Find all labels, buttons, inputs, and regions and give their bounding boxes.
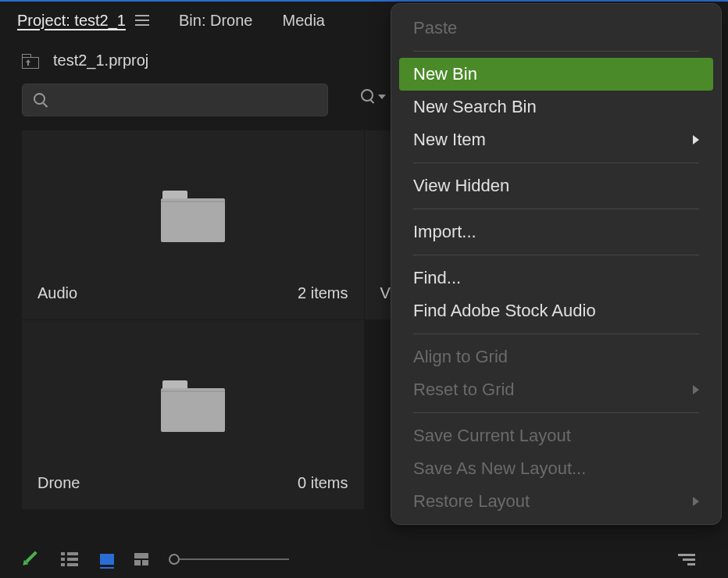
tab-bin[interactable]: Bin: Drone <box>179 12 253 30</box>
menu-separator <box>413 162 699 163</box>
search-input[interactable] <box>55 93 316 107</box>
parent-folder-icon[interactable] <box>22 54 39 68</box>
bin-name: Audio <box>37 284 77 302</box>
chevron-right-icon <box>693 135 699 144</box>
tab-bin-label: Bin: Drone <box>179 12 253 30</box>
folder-icon <box>161 380 225 432</box>
menu-label: Restore Layout <box>413 491 530 512</box>
freeform-view-button[interactable] <box>134 553 148 566</box>
bin-card-drone[interactable]: Drone 0 items <box>22 320 364 509</box>
writable-toggle-icon[interactable] <box>19 547 45 573</box>
menu-new-bin[interactable]: New Bin <box>399 58 713 91</box>
menu-label: Align to Grid <box>413 347 508 367</box>
zoom-knob-icon <box>169 554 180 565</box>
menu-label: New Bin <box>413 64 477 84</box>
tab-media-label: Media <box>282 12 324 30</box>
menu-separator <box>413 255 699 255</box>
tab-project[interactable]: Project: test2_1 <box>17 12 149 30</box>
project-panel-toolbar <box>0 541 728 578</box>
menu-separator <box>413 412 699 413</box>
tab-media-browser[interactable]: Media <box>282 12 324 30</box>
menu-separator <box>413 51 699 52</box>
chevron-right-icon <box>693 497 699 506</box>
menu-save-as-layout: Save As New Layout... <box>391 452 721 485</box>
menu-label: Find... <box>413 268 461 288</box>
new-search-bin-button[interactable] <box>361 89 386 111</box>
context-menu: Paste New Bin New Search Bin New Item Vi… <box>391 3 722 525</box>
bin-card-audio[interactable]: Audio 2 items <box>22 130 364 319</box>
tab-project-label: Project: test2_1 <box>17 12 126 30</box>
menu-label: View Hidden <box>413 176 509 196</box>
chevron-down-icon <box>378 95 386 99</box>
bin-info-row: Audio 2 items <box>37 284 348 302</box>
menu-separator <box>413 334 699 334</box>
menu-label: New Search Bin <box>413 97 537 117</box>
sort-icons-button[interactable] <box>678 554 706 566</box>
menu-align-grid: Align to Grid <box>391 341 721 373</box>
thumbnail-zoom-slider[interactable] <box>169 554 289 565</box>
menu-restore-layout: Restore Layout <box>391 485 721 518</box>
bin-item-count: 0 items <box>298 474 348 492</box>
zoom-track <box>180 558 289 560</box>
menu-separator <box>413 209 699 209</box>
menu-label: Reset to Grid <box>413 380 515 400</box>
menu-view-hidden[interactable]: View Hidden <box>391 169 721 202</box>
menu-new-search-bin[interactable]: New Search Bin <box>391 91 721 123</box>
list-view-button[interactable] <box>61 551 80 568</box>
search-icon <box>34 93 48 107</box>
menu-label: Save Current Layout <box>413 426 571 446</box>
project-file-name: test2_1.prproj <box>53 52 148 70</box>
menu-find[interactable]: Find... <box>391 262 721 294</box>
chevron-right-icon <box>693 385 699 394</box>
panel-menu-icon[interactable] <box>135 15 149 26</box>
bin-icon-wrap <box>37 148 348 284</box>
search-bin-icon <box>361 89 375 103</box>
menu-new-item[interactable]: New Item <box>391 123 721 156</box>
bin-name: Drone <box>37 474 80 492</box>
menu-find-stock-audio[interactable]: Find Adobe Stock Audio <box>391 294 721 327</box>
menu-label: New Item <box>413 130 486 150</box>
menu-reset-grid: Reset to Grid <box>391 373 721 406</box>
bin-info-row: Drone 0 items <box>37 474 348 492</box>
icon-view-button[interactable] <box>100 554 114 565</box>
menu-paste: Paste <box>391 12 721 45</box>
menu-label: Import... <box>413 222 476 242</box>
bin-icon-wrap <box>37 337 348 474</box>
menu-label: Find Adobe Stock Audio <box>413 301 596 321</box>
menu-label: Paste <box>413 18 457 38</box>
menu-save-layout: Save Current Layout <box>391 419 721 452</box>
folder-icon <box>161 191 225 242</box>
bin-item-count: 2 items <box>298 284 348 302</box>
menu-label: Save As New Layout... <box>413 458 586 479</box>
search-field-wrap[interactable] <box>22 84 328 116</box>
menu-import[interactable]: Import... <box>391 216 721 248</box>
window-active-border <box>0 0 728 2</box>
